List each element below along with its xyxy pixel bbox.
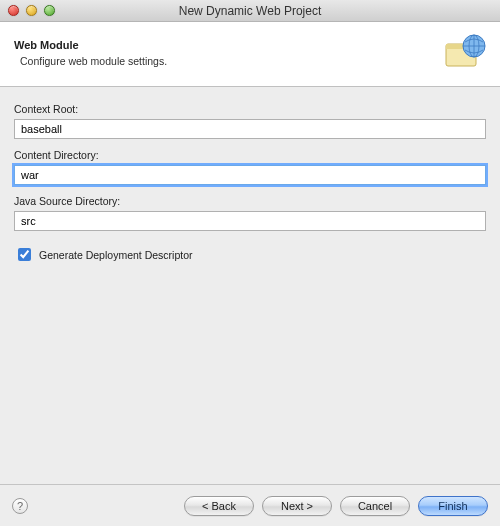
next-button-label: Next > [281, 500, 313, 512]
cancel-button-label: Cancel [358, 500, 392, 512]
content-directory-input[interactable] [14, 165, 486, 185]
content-directory-label: Content Directory: [14, 149, 486, 161]
context-root-input[interactable] [14, 119, 486, 139]
finish-button-label: Finish [438, 500, 467, 512]
next-button[interactable]: Next > [262, 496, 332, 516]
banner-text: Web Module Configure web module settings… [14, 39, 444, 67]
banner-subtitle: Configure web module settings. [20, 55, 444, 67]
help-icon[interactable]: ? [12, 498, 28, 514]
help-glyph: ? [17, 500, 23, 512]
banner-title: Web Module [14, 39, 444, 51]
generate-dd-row: Generate Deployment Descriptor [14, 245, 486, 264]
context-root-label: Context Root: [14, 103, 486, 115]
close-window-button[interactable] [8, 5, 19, 16]
wizard-footer: ? < Back Next > Cancel Finish [0, 484, 500, 526]
java-source-directory-label: Java Source Directory: [14, 195, 486, 207]
traffic-lights [8, 5, 55, 16]
zoom-window-button[interactable] [44, 5, 55, 16]
java-source-directory-input[interactable] [14, 211, 486, 231]
generate-dd-checkbox[interactable] [18, 248, 31, 261]
generate-dd-label: Generate Deployment Descriptor [39, 249, 193, 261]
back-button-label: < Back [202, 500, 236, 512]
minimize-window-button[interactable] [26, 5, 37, 16]
web-project-icon [444, 32, 486, 74]
titlebar: New Dynamic Web Project [0, 0, 500, 22]
button-group: < Back Next > Cancel Finish [184, 496, 488, 516]
wizard-banner: Web Module Configure web module settings… [0, 22, 500, 87]
back-button[interactable]: < Back [184, 496, 254, 516]
finish-button[interactable]: Finish [418, 496, 488, 516]
window-title: New Dynamic Web Project [0, 4, 500, 18]
form-area: Context Root: Content Directory: Java So… [0, 87, 500, 264]
cancel-button[interactable]: Cancel [340, 496, 410, 516]
